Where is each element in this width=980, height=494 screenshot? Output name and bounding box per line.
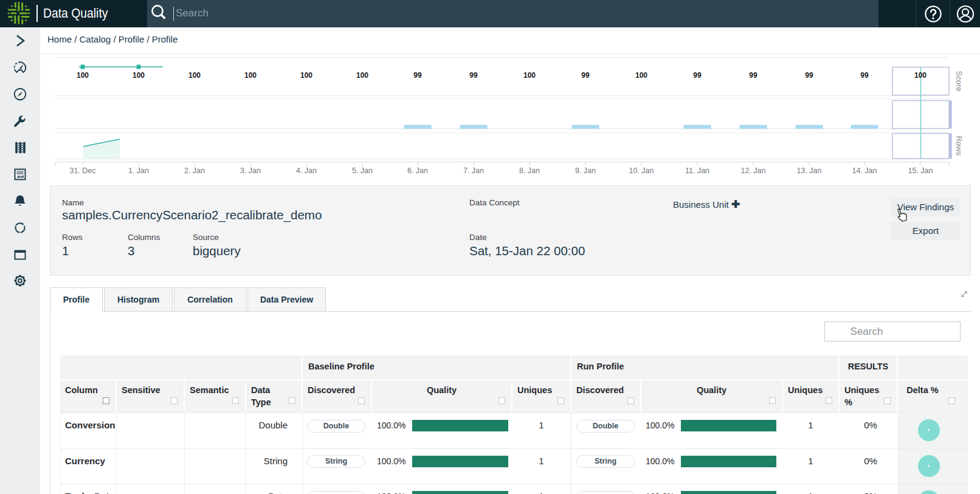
svg-text:Rows: Rows: [954, 136, 964, 156]
svg-text:2. Jan: 2. Jan: [184, 166, 205, 175]
svg-text:31. Dec: 31. Dec: [69, 166, 95, 175]
svg-text:12. Jan: 12. Jan: [740, 166, 765, 175]
svg-text:100: 100: [356, 71, 368, 80]
svg-text:4. Jan: 4. Jan: [296, 166, 317, 175]
svg-text:14. Jan: 14. Jan: [852, 166, 877, 175]
svg-text:99: 99: [469, 71, 478, 80]
svg-text:99: 99: [805, 71, 813, 80]
svg-text:9. Jan: 9. Jan: [575, 166, 596, 175]
svg-text:15. Jan: 15. Jan: [908, 166, 933, 175]
svg-text:100: 100: [300, 71, 312, 80]
svg-text:8. Jan: 8. Jan: [519, 166, 540, 175]
svg-text:100: 100: [523, 71, 536, 80]
svg-text:5. Jan: 5. Jan: [352, 166, 373, 175]
svg-text:6. Jan: 6. Jan: [407, 166, 428, 175]
svg-text:99: 99: [413, 71, 422, 80]
svg-text:100: 100: [635, 71, 647, 80]
svg-text:100: 100: [914, 71, 927, 80]
svg-text:100: 100: [133, 71, 145, 80]
svg-text:10. Jan: 10. Jan: [629, 166, 654, 175]
svg-text:100: 100: [77, 71, 89, 80]
svg-text:13. Jan: 13. Jan: [796, 166, 821, 175]
svg-text:100: 100: [188, 71, 201, 80]
svg-text:Score: Score: [954, 71, 964, 92]
svg-text:99: 99: [693, 71, 702, 80]
svg-text:99: 99: [581, 71, 590, 80]
svg-text:100: 100: [244, 71, 257, 80]
svg-text:7. Jan: 7. Jan: [463, 166, 484, 175]
svg-text:3. Jan: 3. Jan: [240, 166, 261, 175]
svg-text:11. Jan: 11. Jan: [685, 166, 709, 175]
svg-text:99: 99: [749, 71, 757, 80]
svg-text:99: 99: [860, 71, 869, 80]
svg-text:1. Jan: 1. Jan: [128, 166, 149, 175]
